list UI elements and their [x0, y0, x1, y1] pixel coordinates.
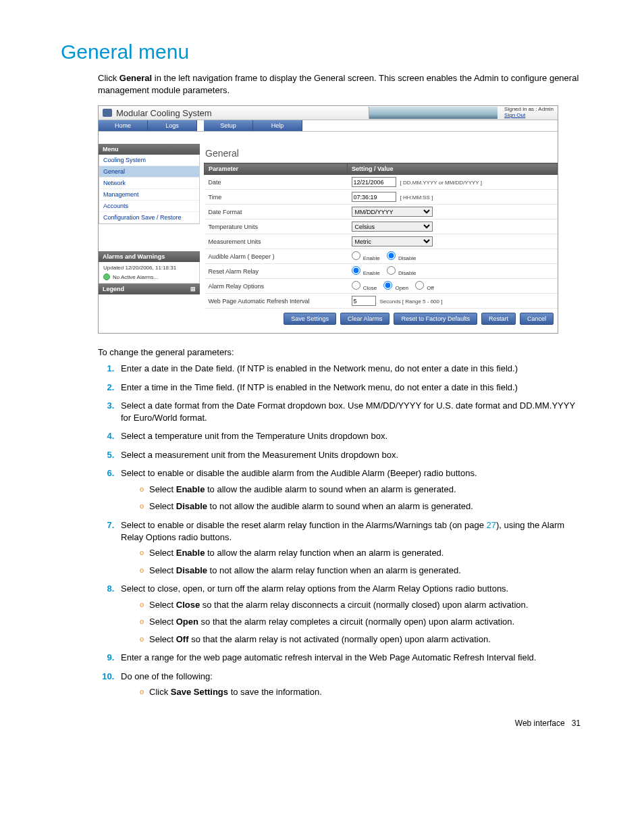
sidebar-item-management[interactable]: Management — [99, 189, 199, 201]
restart-button[interactable]: Restart — [481, 313, 516, 325]
step-10: Do one of the following: Click Save Sett… — [117, 671, 583, 698]
alarms-updated-label: Updated 12/20/2006, 11:18:31 — [103, 265, 195, 271]
sidebar-item-accounts[interactable]: Accounts — [99, 201, 199, 212]
date-input[interactable] — [352, 177, 396, 187]
row-dateformat-label: Date Format — [205, 205, 348, 219]
row-date-label: Date — [205, 175, 348, 190]
expand-icon[interactable]: ⊞ — [190, 286, 196, 292]
step-8c: Select Off so that the alarm relay is no… — [140, 633, 583, 646]
sidebar-item-cooling[interactable]: Cooling System — [99, 155, 199, 166]
tempunits-select[interactable]: Celsius — [352, 221, 433, 232]
refresh-hint: Seconds [ Range 5 - 600 ] — [380, 298, 443, 305]
reset-defaults-button[interactable]: Reset to Factory Defaults — [394, 313, 477, 325]
no-alarms-label: No Active Alarms... — [113, 274, 158, 280]
time-hint: [ HH:MM:SS ] — [400, 194, 433, 201]
status-ok-icon — [103, 273, 110, 280]
banner-image — [369, 107, 498, 119]
sidebar-item-general[interactable]: General — [99, 166, 199, 178]
step-9: Enter a range for the web page automatic… — [117, 652, 583, 664]
resetrelay-enable-radio[interactable]: Enable — [352, 266, 380, 276]
dateformat-select[interactable]: MM/DD/YYYY — [352, 207, 433, 217]
step-7b: Select Disable to not allow the alarm re… — [140, 565, 583, 577]
date-hint: [ DD.MM.YYYY or MM/DD/YYYY ] — [400, 180, 483, 186]
tab-logs[interactable]: Logs — [148, 120, 197, 131]
cancel-button[interactable]: Cancel — [520, 313, 554, 325]
sidebar-item-network[interactable]: Network — [99, 178, 199, 189]
step-3: Select a date format from the Date Forma… — [117, 400, 583, 423]
step-7a: Select Enable to allow the alarm relay f… — [140, 547, 583, 559]
step-8a: Select Close so that the alarm relay dis… — [140, 599, 583, 611]
sidebar-item-config[interactable]: Configuration Save / Restore — [99, 212, 199, 224]
row-beeper-label: Audible Alarm ( Beeper ) — [205, 249, 348, 264]
page-link-27[interactable]: 27 — [486, 520, 495, 530]
tab-setup[interactable]: Setup — [204, 120, 253, 131]
clear-alarms-button[interactable]: Clear Alarms — [340, 313, 390, 325]
screenshot-figure: Modular Cooling System Signed in as : Ad… — [98, 105, 558, 334]
legend-header[interactable]: Legend⊞ — [99, 284, 200, 294]
time-input[interactable] — [352, 192, 396, 202]
intro-bold: General — [119, 73, 152, 83]
step-6a: Select Enable to allow the audible alarm… — [140, 484, 583, 496]
menu-header: Menu — [99, 144, 200, 155]
intro-pre: Click — [98, 73, 119, 83]
beeper-disable-radio[interactable]: Disable — [387, 251, 417, 261]
tab-help[interactable]: Help — [253, 120, 302, 131]
beeper-enable-radio[interactable]: Enable — [352, 251, 380, 261]
relayopt-close-radio[interactable]: Close — [352, 281, 377, 291]
step-1: Enter a date in the Date field. (If NTP … — [117, 363, 583, 375]
resetrelay-disable-radio[interactable]: Disable — [387, 266, 417, 276]
afterss-text: To change the general parameters: — [98, 347, 583, 357]
step-5: Select a measurement unit from the Measu… — [117, 449, 583, 461]
hp-logo-icon — [103, 109, 112, 117]
row-time-label: Time — [205, 190, 348, 205]
relayopt-off-radio[interactable]: Off — [415, 281, 434, 291]
step-7: Select to enable or disable the reset al… — [117, 519, 583, 576]
row-tempunits-label: Temperature Units — [205, 219, 348, 234]
page-footer: Web interface 31 — [61, 719, 583, 728]
refresh-input[interactable] — [352, 296, 376, 306]
measunits-select[interactable]: Metric — [352, 236, 433, 246]
step-2: Enter a time in the Time field. (If NTP … — [117, 382, 583, 394]
row-measunits-label: Measurement Units — [205, 234, 348, 249]
intro-post: in the left navigation frame to display … — [98, 73, 579, 95]
step-10a: Click Save Settings to save the informat… — [140, 686, 583, 698]
intro-text: Click General in the left navigation fra… — [98, 72, 583, 96]
alarms-header: Alarms and Warnings — [99, 251, 200, 262]
step-8: Select to close, open, or turn off the a… — [117, 583, 583, 645]
signin-block: Signed in as : Admin Sign Out — [504, 107, 554, 119]
col-parameter: Parameter — [205, 163, 348, 175]
relayopt-open-radio[interactable]: Open — [383, 281, 408, 291]
col-value: Setting / Value — [348, 163, 558, 175]
tab-home[interactable]: Home — [99, 120, 148, 131]
row-resetrelay-label: Reset Alarm Relay — [205, 264, 348, 279]
row-relayopt-label: Alarm Relay Options — [205, 279, 348, 294]
step-6: Select to enable or disable the audible … — [117, 467, 583, 513]
row-refresh-label: Web Page Automatic Refresh Interval — [205, 294, 348, 309]
save-settings-button[interactable]: Save Settings — [284, 313, 336, 325]
sign-out-link[interactable]: Sign Out — [504, 112, 525, 118]
step-4: Select a temperature unit from the Tempe… — [117, 430, 583, 442]
section-title: General — [204, 144, 558, 163]
app-title: Modular Cooling System — [116, 108, 212, 118]
step-6b: Select Disable to not allow the audible … — [140, 500, 583, 513]
page-title: General menu — [61, 41, 583, 63]
step-8b: Select Open so that the alarm relay comp… — [140, 616, 583, 628]
